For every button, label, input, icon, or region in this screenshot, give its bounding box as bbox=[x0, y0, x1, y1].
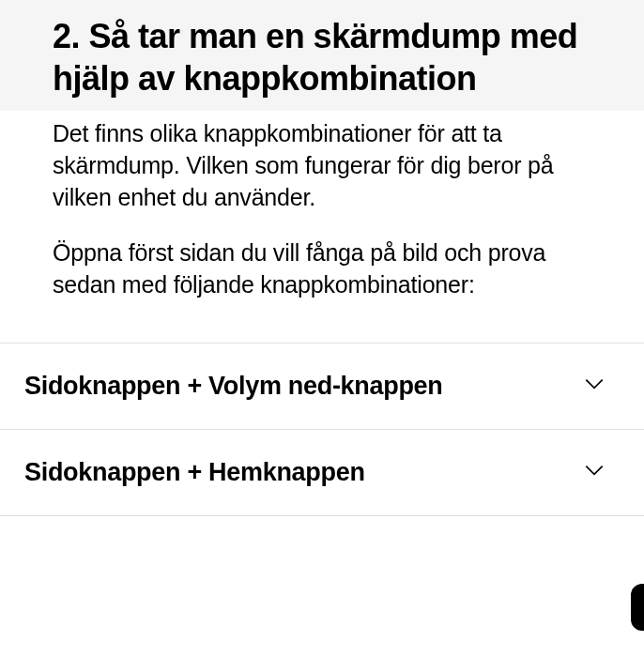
floating-widget-edge[interactable] bbox=[631, 584, 644, 631]
chevron-down-icon bbox=[582, 458, 606, 486]
body-paragraph: Det finns olika knappkombinationer för a… bbox=[53, 118, 588, 213]
chevron-down-icon bbox=[582, 372, 606, 400]
body-paragraph: Öppna först sidan du vill fånga på bild … bbox=[53, 237, 588, 301]
accordion: Sidoknappen + Volym ned-knappen Sidoknap… bbox=[0, 343, 644, 516]
accordion-item-label: Sidoknappen + Hemknappen bbox=[24, 458, 365, 487]
accordion-item-label: Sidoknappen + Volym ned-knappen bbox=[24, 372, 443, 401]
section-heading: 2. Så tar man en skärmdump med hjälp av … bbox=[53, 15, 599, 99]
section-body: Det finns olika knappkombinationer för a… bbox=[0, 111, 644, 301]
accordion-item-side-home[interactable]: Sidoknappen + Hemknappen bbox=[0, 430, 644, 516]
section-heading-block: 2. Så tar man en skärmdump med hjälp av … bbox=[0, 0, 644, 111]
accordion-item-side-volume[interactable]: Sidoknappen + Volym ned-knappen bbox=[0, 343, 644, 430]
